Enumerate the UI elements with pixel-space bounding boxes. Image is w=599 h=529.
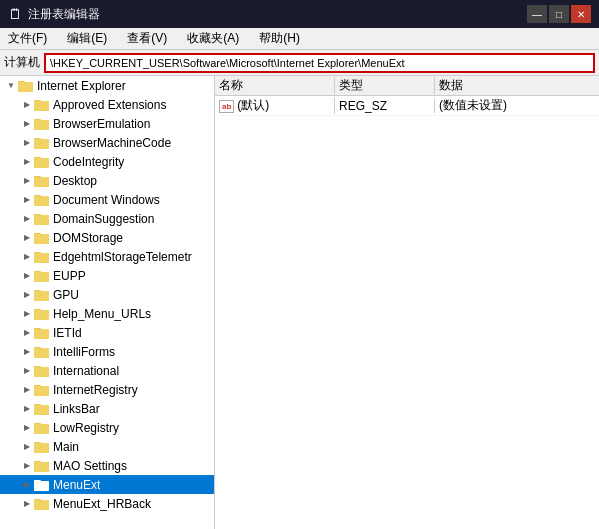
tree-item-label: GPU xyxy=(53,288,79,302)
tree-item-domstorage[interactable]: ▶ DOMStorage xyxy=(0,228,214,247)
tree-item-codeintegrity[interactable]: ▶ CodeIntegrity xyxy=(0,152,214,171)
expand-arrow[interactable]: ▶ xyxy=(20,250,34,264)
expand-arrow[interactable]: ▶ xyxy=(20,364,34,378)
expand-arrow[interactable]: ▶ xyxy=(20,383,34,397)
tree-item-international[interactable]: ▶ International xyxy=(0,361,214,380)
col-header-data: 数据 xyxy=(435,77,599,94)
close-button[interactable]: ✕ xyxy=(571,5,591,23)
folder-icon xyxy=(34,98,50,112)
folder-icon xyxy=(34,117,50,131)
tree-item-label: DOMStorage xyxy=(53,231,123,245)
expand-arrow[interactable]: ▶ xyxy=(20,117,34,131)
svg-rect-11 xyxy=(34,139,49,149)
svg-rect-50 xyxy=(34,386,49,396)
folder-icon xyxy=(34,440,50,454)
address-label: 计算机 xyxy=(4,54,40,71)
tree-item-label: International xyxy=(53,364,119,378)
folder-icon-ie xyxy=(18,79,34,93)
tree-item-ietid[interactable]: ▶ IETId xyxy=(0,323,214,342)
tree-item-lowregistry[interactable]: ▶ LowRegistry xyxy=(0,418,214,437)
svg-rect-41 xyxy=(34,329,49,339)
expand-arrow[interactable]: ▶ xyxy=(20,136,34,150)
tree-item-label: DomainSuggestion xyxy=(53,212,154,226)
tree-item-domainsuggestion[interactable]: ▶ DomainSuggestion xyxy=(0,209,214,228)
tree-item-label: MenuExt_HRBack xyxy=(53,497,151,511)
menu-edit[interactable]: 编辑(E) xyxy=(63,29,111,48)
tree-label-ie: Internet Explorer xyxy=(37,79,126,93)
expand-arrow-ie[interactable]: ▼ xyxy=(4,79,18,93)
table-row[interactable]: ab(默认)REG_SZ(数值未设置) xyxy=(215,96,599,116)
tree-item-browsermachinecode[interactable]: ▶ BrowserMachineCode xyxy=(0,133,214,152)
svg-rect-20 xyxy=(34,196,49,206)
expand-arrow[interactable]: ▶ xyxy=(20,497,34,511)
svg-rect-62 xyxy=(34,462,49,472)
menu-view[interactable]: 查看(V) xyxy=(123,29,171,48)
expand-arrow[interactable]: ▶ xyxy=(20,326,34,340)
tree-item-internet-explorer[interactable]: ▼ Internet Explorer xyxy=(0,76,214,95)
tree-item-label: BrowserEmulation xyxy=(53,117,150,131)
svg-rect-14 xyxy=(34,158,49,168)
tree-item-label: Approved Extensions xyxy=(53,98,166,112)
tree-item-label: BrowserMachineCode xyxy=(53,136,171,150)
menu-help[interactable]: 帮助(H) xyxy=(255,29,304,48)
svg-rect-47 xyxy=(34,367,49,377)
expand-arrow[interactable]: ▶ xyxy=(20,98,34,112)
tree-item-gpu[interactable]: ▶ GPU xyxy=(0,285,214,304)
tree-item-desktop[interactable]: ▶ Desktop xyxy=(0,171,214,190)
tree-item-label: MAO Settings xyxy=(53,459,127,473)
expand-arrow[interactable]: ▶ xyxy=(20,421,34,435)
expand-arrow[interactable]: ▶ xyxy=(20,212,34,226)
folder-icon xyxy=(34,288,50,302)
tree-item-label: LinksBar xyxy=(53,402,100,416)
svg-rect-38 xyxy=(34,310,49,320)
expand-arrow[interactable]: ▶ xyxy=(20,231,34,245)
expand-arrow[interactable]: ▶ xyxy=(20,459,34,473)
tree-item-menuext_hrback[interactable]: ▶ MenuExt_HRBack xyxy=(0,494,214,513)
expand-arrow[interactable]: ▶ xyxy=(20,174,34,188)
menu-favorites[interactable]: 收藏夹(A) xyxy=(183,29,243,48)
title-bar: 🗒 注册表编辑器 — □ ✕ xyxy=(0,0,599,28)
tree-item-approved-extensions[interactable]: ▶ Approved Extensions xyxy=(0,95,214,114)
tree-item-main[interactable]: ▶ Main xyxy=(0,437,214,456)
svg-rect-35 xyxy=(34,291,49,301)
tree-item-label: LowRegistry xyxy=(53,421,119,435)
folder-icon xyxy=(34,155,50,169)
svg-rect-23 xyxy=(34,215,49,225)
col-header-name: 名称 xyxy=(215,77,335,94)
expand-arrow[interactable]: ▶ xyxy=(20,345,34,359)
tree-item-document-windows[interactable]: ▶ Document Windows xyxy=(0,190,214,209)
cell-name: ab(默认) xyxy=(215,97,335,114)
tree-item-linksbar[interactable]: ▶ LinksBar xyxy=(0,399,214,418)
tree-item-label: EUPP xyxy=(53,269,86,283)
expand-arrow[interactable]: ▶ xyxy=(20,402,34,416)
tree-item-eupp[interactable]: ▶ EUPP xyxy=(0,266,214,285)
expand-arrow[interactable]: ▶ xyxy=(20,155,34,169)
expand-arrow[interactable]: ▶ xyxy=(20,193,34,207)
svg-rect-65 xyxy=(34,481,49,491)
svg-rect-5 xyxy=(34,101,49,111)
svg-rect-59 xyxy=(34,443,49,453)
tree-item-intelliforms[interactable]: ▶ IntelliForms xyxy=(0,342,214,361)
expand-arrow[interactable]: ▶ xyxy=(20,269,34,283)
expand-arrow[interactable]: ▶ xyxy=(20,478,34,492)
menu-file[interactable]: 文件(F) xyxy=(4,29,51,48)
tree-item-edgehtmlstoragetelemetr[interactable]: ▶ EdgehtmlStorageTelemetr xyxy=(0,247,214,266)
tree-item-browseremulation[interactable]: ▶ BrowserEmulation xyxy=(0,114,214,133)
folder-icon xyxy=(34,345,50,359)
tree-item-menuext[interactable]: ▶ MenuExt xyxy=(0,475,214,494)
tree-item-help_menu_urls[interactable]: ▶ Help_Menu_URLs xyxy=(0,304,214,323)
minimize-button[interactable]: — xyxy=(527,5,547,23)
maximize-button[interactable]: □ xyxy=(549,5,569,23)
folder-icon xyxy=(34,497,50,511)
expand-arrow[interactable]: ▶ xyxy=(20,288,34,302)
svg-rect-53 xyxy=(34,405,49,415)
cell-type: REG_SZ xyxy=(335,99,435,113)
tree-children: ▶ Approved Extensions▶ BrowserEmulation▶… xyxy=(0,95,214,513)
tree-item-internetregistry[interactable]: ▶ InternetRegistry xyxy=(0,380,214,399)
expand-arrow[interactable]: ▶ xyxy=(20,307,34,321)
folder-icon xyxy=(34,383,50,397)
address-input[interactable] xyxy=(44,53,595,73)
tree-item-mao-settings[interactable]: ▶ MAO Settings xyxy=(0,456,214,475)
expand-arrow[interactable]: ▶ xyxy=(20,440,34,454)
svg-rect-68 xyxy=(34,500,49,510)
